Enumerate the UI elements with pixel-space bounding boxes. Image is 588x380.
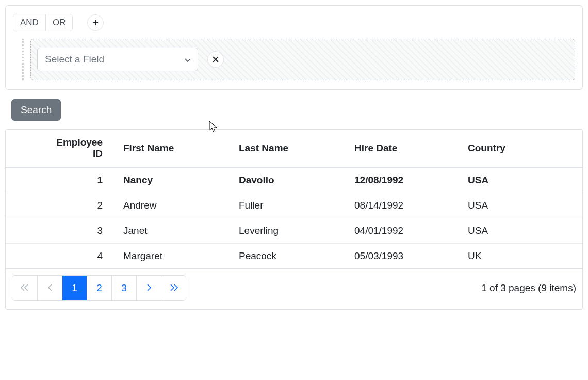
data-grid: Employee ID First Name Last Name Hire Da…	[5, 129, 583, 310]
cell-id: 2	[6, 193, 119, 218]
table-row[interactable]: 3 Janet Leverling 04/01/1992 USA	[6, 218, 582, 244]
field-select[interactable]: Select a Field	[37, 48, 198, 71]
col-header-last-name[interactable]: Last Name	[235, 130, 350, 167]
cell-last-name: Peacock	[235, 244, 350, 269]
cell-last-name: Fuller	[235, 193, 350, 218]
pager-next-button[interactable]	[136, 276, 161, 300]
table-row[interactable]: 4 Margaret Peacock 05/03/1993 UK	[6, 244, 582, 269]
pager-page-1[interactable]: 1	[62, 276, 87, 300]
filter-logic-row: AND OR +	[13, 14, 575, 31]
cell-id: 3	[6, 218, 119, 244]
pager-region: 1 2 3 1 of 3 pages (9 items)	[6, 268, 582, 309]
logic-or-button[interactable]: OR	[46, 14, 73, 31]
cell-hire-date: 04/01/1992	[350, 218, 464, 244]
cell-first-name: Nancy	[119, 167, 235, 193]
col-header-hire-date[interactable]: Hire Date	[350, 130, 464, 167]
col-header-first-name[interactable]: First Name	[119, 130, 235, 167]
search-button[interactable]: Search	[11, 99, 61, 121]
cell-country: USA	[464, 193, 582, 218]
pager-last-button[interactable]	[161, 276, 186, 300]
cell-first-name: Andrew	[119, 193, 235, 218]
cell-first-name: Janet	[119, 218, 235, 244]
logic-toggle-group: AND OR	[13, 14, 73, 31]
field-select-button[interactable]: Select a Field	[37, 48, 198, 71]
chevron-left-icon	[47, 282, 53, 294]
cell-hire-date: 05/03/1993	[350, 244, 464, 269]
employee-table: Employee ID First Name Last Name Hire Da…	[6, 130, 582, 268]
close-icon: ✕	[211, 55, 220, 65]
pager-summary: 1 of 3 pages (9 items)	[481, 282, 576, 294]
table-row[interactable]: 2 Andrew Fuller 08/14/1992 USA	[6, 193, 582, 218]
table-header-row: Employee ID First Name Last Name Hire Da…	[6, 130, 582, 167]
cell-id: 4	[6, 244, 119, 269]
table-row[interactable]: 1 Nancy Davolio 12/08/1992 USA	[6, 167, 582, 193]
cell-last-name: Leverling	[235, 218, 350, 244]
tree-connector	[13, 39, 30, 80]
cell-first-name: Margaret	[119, 244, 235, 269]
add-condition-button[interactable]: +	[87, 14, 104, 31]
cell-hire-date: 08/14/1992	[350, 193, 464, 218]
cell-hire-date: 12/08/1992	[350, 167, 464, 193]
pager-page-2[interactable]: 2	[87, 276, 111, 300]
chevron-double-right-icon	[170, 282, 178, 294]
pager-prev-button[interactable]	[37, 276, 62, 300]
cell-country: UK	[464, 244, 582, 269]
cell-last-name: Davolio	[235, 167, 350, 193]
chevron-double-left-icon	[21, 282, 29, 294]
pager: 1 2 3	[12, 275, 186, 301]
cell-id: 1	[6, 167, 119, 193]
chevron-right-icon	[146, 282, 152, 294]
pager-first-button[interactable]	[12, 276, 37, 300]
cell-country: USA	[464, 218, 582, 244]
condition-row: Select a Field ✕	[13, 39, 575, 80]
col-header-country[interactable]: Country	[464, 130, 582, 167]
condition-dropzone: Select a Field ✕	[30, 39, 575, 80]
plus-icon: +	[93, 18, 99, 28]
filter-builder: AND OR + Select a Field ✕	[5, 5, 583, 90]
logic-and-button[interactable]: AND	[13, 14, 46, 31]
col-header-employee-id[interactable]: Employee ID	[6, 130, 119, 167]
remove-condition-button[interactable]: ✕	[207, 51, 224, 68]
pager-page-3[interactable]: 3	[111, 276, 136, 300]
cell-country: USA	[464, 167, 582, 193]
